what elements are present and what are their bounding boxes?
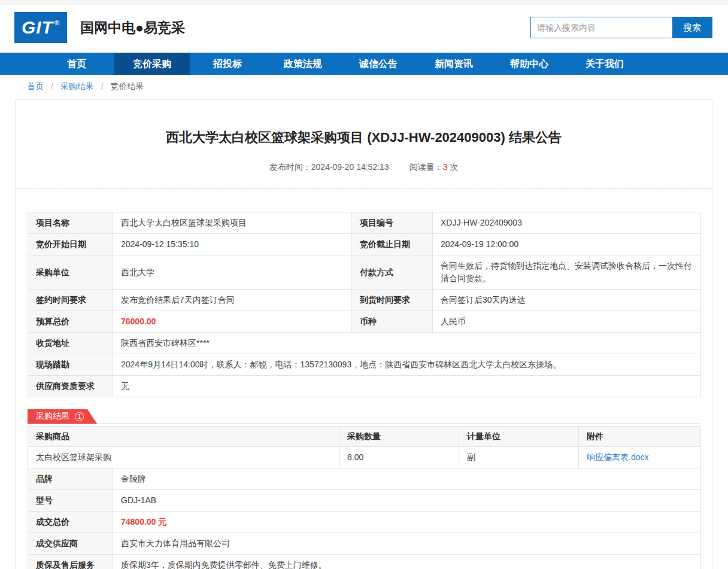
info-value: 合同生效后，待货物到达指定地点、安装调试验收合格后，一次性付清合同货款。 — [433, 255, 701, 290]
info-value: 无 — [113, 376, 701, 397]
info-label: 付款方式 — [352, 255, 433, 290]
info-value: 发布竞价结果后7天内签订合同 — [113, 290, 352, 311]
table-row: 品牌 金陵牌 — [28, 468, 701, 490]
info-label: 竞价开始日期 — [28, 234, 113, 255]
logo-text: GIT — [22, 17, 53, 38]
article-meta: 发布时间：2024-09-20 14:52:13阅读量：3 次 — [28, 162, 700, 173]
announcement-card: 西北大学太白校区篮球架采购项目 (XDJJ-HW-202409003) 结果公告… — [15, 99, 712, 569]
attachment-link[interactable]: 响应偏离表.docx — [587, 452, 648, 462]
model-value: GDJ-1AB — [113, 490, 701, 512]
product-name: 太白校区篮球架采购 — [28, 447, 339, 468]
info-label: 币种 — [352, 311, 433, 333]
project-info-table: 项目名称 西北大学太白校区篮球架采购项目 项目编号 XDJJ-HW-202409… — [28, 212, 701, 397]
table-row: 收货地址 陕西省西安市碑林区**** — [28, 333, 701, 354]
info-label: 收货地址 — [28, 333, 113, 354]
nav-item-home[interactable]: 首页 — [39, 53, 114, 75]
nav-item-news[interactable]: 新闻资讯 — [416, 53, 492, 75]
result-badge-row: 采购结果 1 — [28, 410, 701, 424]
detail-label: 型号 — [28, 490, 113, 512]
nav-item-about[interactable]: 关于我们 — [567, 53, 642, 75]
purchase-result-badge: 采购结果 1 — [28, 409, 97, 424]
search-button[interactable]: 搜索 — [672, 17, 712, 38]
main-nav: 首页 竞价采购 招投标 政策法规 诚信公告 新闻资讯 帮助中心 关于我们 — [0, 53, 728, 75]
breadcrumb-home[interactable]: 首页 — [27, 81, 44, 91]
info-value: 人民币 — [433, 311, 701, 333]
breadcrumb-separator: / — [101, 81, 104, 91]
nav-item-tender[interactable]: 招投标 — [190, 53, 265, 75]
info-value: 合同签订后30天内送达 — [433, 290, 701, 311]
info-label: 采购单位 — [28, 255, 113, 290]
table-row: 项目名称 西北大学太白校区篮球架采购项目 项目编号 XDJJ-HW-202409… — [28, 212, 701, 234]
info-value: 陕西省西安市碑林区**** — [113, 333, 701, 354]
info-label: 供应商资质要求 — [28, 376, 113, 397]
badge-label: 采购结果 — [36, 411, 69, 422]
nav-item-bidding-purchase[interactable]: 竞价采购 — [114, 53, 190, 75]
info-label: 项目名称 — [28, 212, 113, 234]
badge-count: 1 — [75, 412, 84, 421]
nav-item-policy[interactable]: 政策法规 — [265, 53, 341, 75]
breadcrumb-separator: / — [51, 81, 53, 91]
nav-item-help[interactable]: 帮助中心 — [492, 53, 567, 75]
detail-label: 质保及售后服务 — [28, 555, 113, 569]
info-value: 2024-09-12 15:35:10 — [113, 234, 352, 255]
column-header: 采购数量 — [339, 427, 459, 447]
views-count: 3 — [443, 162, 448, 172]
deal-total-price: 74800.00 元 — [113, 512, 701, 533]
page: GIT® 国网中电●易竞采 搜索 首页 竞价采购 招投标 政策法规 诚信公告 新… — [0, 0, 728, 569]
brand-name: 国网中电●易竞采 — [80, 19, 185, 37]
table-row: 型号 GDJ-1AB — [28, 490, 701, 512]
table-row: 质保及售后服务 质保期3年，质保期内免费提供零部件、免费上门维修。 — [28, 555, 701, 569]
table-row: 采购单位 西北大学 付款方式 合同生效后，待货物到达指定地点、安装调试验收合格后… — [28, 255, 701, 290]
info-value: 2024-09-19 12:00:00 — [433, 234, 701, 255]
views-label: 阅读量： — [410, 162, 443, 172]
table-row: 供应商资质要求 无 — [28, 376, 701, 397]
top-strip — [0, 0, 728, 5]
table-row: 现场踏勘 2024年9月14日14:00时，联系人：郝锐，电话：13572130… — [28, 354, 701, 376]
detail-label: 成交供应商 — [28, 533, 113, 555]
page-title: 西北大学太白校区篮球架采购项目 (XDJJ-HW-202409003) 结果公告 — [28, 129, 700, 147]
info-value: 西北大学 — [113, 255, 352, 290]
warranty-value: 质保期3年，质保期内免费提供零部件、免费上门维修。 — [113, 555, 701, 569]
publish-time-value: 2024-09-20 14:52:13 — [311, 162, 389, 172]
search-input[interactable] — [531, 17, 672, 38]
breadcrumb-current: 竞价结果 — [110, 81, 144, 91]
column-header: 计量单位 — [459, 427, 579, 447]
info-label: 现场踏勘 — [28, 354, 113, 376]
product-quantity: 8.00 — [339, 447, 459, 468]
table-row: 预算总价 76000.00 币种 人民币 — [28, 311, 701, 333]
table-row: 成交总价 74800.00 元 — [28, 512, 701, 533]
budget-total-price: 76000.00 — [113, 311, 352, 333]
registered-mark: ® — [54, 19, 60, 26]
breadcrumb-purchase-results[interactable]: 采购结果 — [60, 81, 94, 91]
product-row: 太白校区篮球架采购 8.00 副 响应偏离表.docx — [28, 447, 701, 468]
logo-wrap: GIT® 国网中电●易竞采 — [14, 12, 185, 43]
supplier-value: 西安市天力体育用品有限公司 — [113, 533, 701, 555]
table-header-row: 采购商品 采购数量 计量单位 附件 — [28, 427, 701, 447]
table-row: 竞价开始日期 2024-09-12 15:35:10 竞价截止日期 2024-0… — [28, 234, 701, 255]
info-value: 2024年9月14日14:00时，联系人：郝锐，电话：13572130093，地… — [113, 354, 701, 376]
table-row: 签约时间要求 发布竞价结果后7天内签订合同 到货时间要求 合同签订后30天内送达 — [28, 290, 701, 311]
brand-value: 金陵牌 — [113, 468, 701, 490]
info-value: XDJJ-HW-202409003 — [433, 212, 701, 234]
search-group: 搜索 — [530, 17, 712, 38]
info-label: 签约时间要求 — [28, 290, 113, 311]
breadcrumb: 首页 / 采购结果 / 竞价结果 — [27, 81, 728, 92]
info-label: 预算总价 — [28, 311, 113, 333]
detail-label: 成交总价 — [28, 512, 113, 533]
info-value: 西北大学太白校区篮球架采购项目 — [113, 212, 352, 234]
site-header: GIT® 国网中电●易竞采 搜索 — [0, 5, 728, 53]
info-label: 竞价截止日期 — [352, 234, 433, 255]
info-label: 到货时间要求 — [352, 290, 433, 311]
column-header: 采购商品 — [28, 427, 339, 447]
git-logo[interactable]: GIT® — [14, 12, 67, 43]
product-unit: 副 — [459, 447, 579, 468]
detail-label: 品牌 — [28, 468, 113, 490]
dashed-divider — [16, 188, 712, 189]
nav-item-integrity[interactable]: 诚信公告 — [341, 53, 416, 75]
table-row: 成交供应商 西安市天力体育用品有限公司 — [28, 533, 701, 555]
views-unit: 次 — [450, 162, 458, 172]
info-label: 项目编号 — [352, 212, 433, 234]
publish-time-label: 发布时间： — [269, 162, 311, 172]
purchase-result-table: 采购商品 采购数量 计量单位 附件 太白校区篮球架采购 8.00 副 响应偏离表… — [28, 426, 701, 569]
column-header: 附件 — [579, 427, 701, 447]
